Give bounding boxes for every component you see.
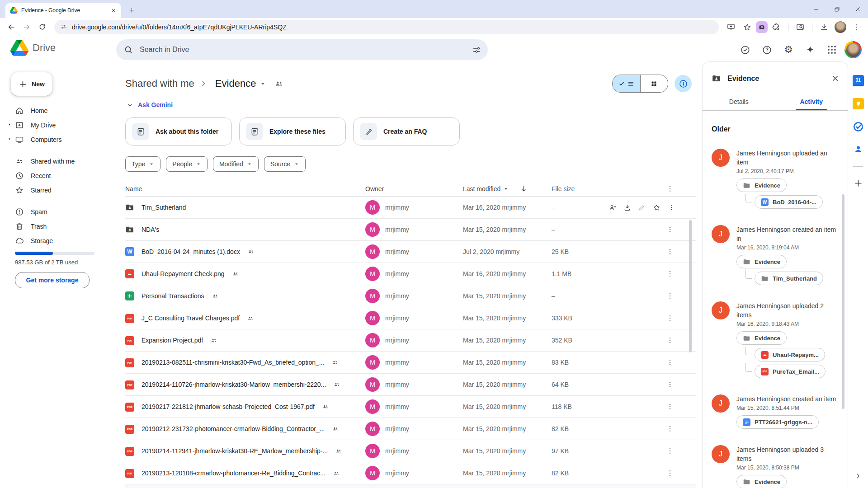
row-menu-icon[interactable]	[662, 288, 678, 304]
hide-panel-chevron-icon[interactable]	[854, 472, 862, 480]
file-row[interactable]: PDF20190213-082511-chrismini-kriskat30-F…	[125, 352, 696, 374]
filter-chip-source[interactable]: Source	[264, 156, 306, 172]
expand-caret-icon[interactable]	[8, 122, 12, 127]
tab-details[interactable]: Details	[703, 93, 775, 110]
row-menu-icon[interactable]	[662, 266, 678, 282]
extensions-puzzle-icon[interactable]	[769, 19, 784, 35]
file-row[interactable]: PDF20190214-112941-jhmarlow-kriskat30-RE…	[125, 440, 696, 462]
sidebar-item-home[interactable]: Home	[0, 103, 116, 118]
install-app-icon[interactable]	[723, 19, 739, 35]
star-icon[interactable]	[650, 199, 663, 216]
activity-target-chip[interactable]: PTT26621-griggs-n...	[736, 415, 819, 429]
ask-gemini-row[interactable]: Ask Gemini	[125, 99, 696, 110]
folder-shared-people-icon[interactable]	[274, 79, 284, 89]
file-row[interactable]: Tim_SutherlandMmrjimmyMar 16, 2020 mrjim…	[125, 197, 696, 219]
activity-target-chip[interactable]: Evidence	[736, 475, 787, 488]
new-button[interactable]: New	[11, 72, 52, 96]
sort-direction-icon[interactable]	[519, 185, 528, 193]
ask-gemini-link[interactable]: Ask Gemini	[138, 101, 173, 108]
share-person-add-icon[interactable]	[606, 199, 619, 216]
activity-child-chip[interactable]: Tim_Sutherland	[755, 272, 823, 285]
advanced-search-icon[interactable]	[472, 45, 481, 55]
file-row[interactable]: PDF20190217-221812-jhmarlow-schasb-Proje…	[125, 396, 696, 418]
get-more-storage-button[interactable]: Get more storage	[15, 272, 90, 288]
screenshot-extension-icon[interactable]	[756, 21, 768, 33]
new-tab-button[interactable]	[126, 4, 137, 16]
sidebar-item-starred[interactable]: Starred	[0, 183, 116, 197]
details-info-button[interactable]	[675, 75, 692, 92]
activity-child-chip[interactable]: Uhaul-Repaym...	[755, 348, 825, 361]
filter-chip-people[interactable]: People	[166, 156, 208, 172]
sidebar-item-shared-with-me[interactable]: Shared with me	[0, 154, 116, 169]
breadcrumb-parent[interactable]: Shared with me	[125, 78, 194, 89]
table-menu-icon[interactable]	[662, 181, 678, 197]
file-row[interactable]: PDF20190214-110726-jhmarlow-kriskat30-Ma…	[125, 374, 696, 396]
file-row[interactable]: Uhaul-Repayment Check.pngMmrjimmyMar 16,…	[125, 263, 696, 285]
column-header-modified[interactable]: Last modified	[463, 185, 500, 192]
account-avatar[interactable]	[844, 41, 862, 58]
sidebar-item-recent[interactable]: Recent	[0, 169, 116, 183]
window-restore-button[interactable]	[826, 0, 847, 18]
google-apps-grid-icon[interactable]	[823, 41, 841, 59]
activity-child-chip[interactable]: PDFPureTax_Email...	[755, 365, 826, 378]
row-menu-icon[interactable]	[662, 399, 678, 415]
browser-tab[interactable]: Evidence - Google Drive	[5, 3, 121, 18]
activity-scrollbar[interactable]	[842, 194, 844, 409]
address-bar[interactable]: drive.google.com/drive/u/0/folders/14mXf…	[54, 20, 719, 34]
row-menu-icon[interactable]	[662, 244, 678, 260]
gemini-spark-icon[interactable]: ✦	[801, 41, 819, 59]
row-menu-icon[interactable]	[662, 221, 678, 238]
filter-chip-type[interactable]: Type	[125, 156, 160, 172]
downloads-icon[interactable]	[816, 19, 832, 35]
file-row[interactable]: PDFExpansion Project.pdfMmrjimmyMar 15, …	[125, 329, 696, 352]
get-addons-plus-icon[interactable]	[854, 178, 863, 188]
window-minimize-button[interactable]	[806, 0, 826, 18]
row-menu-icon[interactable]	[662, 376, 678, 393]
forward-button[interactable]	[19, 19, 34, 35]
file-row[interactable]: WBoD_2016-04-24_minutes (1).docxMmrjimmy…	[125, 241, 696, 263]
tab-activity[interactable]: Activity	[775, 93, 848, 110]
calendar-icon[interactable]: 31	[853, 75, 864, 86]
sidebar-item-computers[interactable]: Computers	[0, 132, 116, 147]
site-info-icon[interactable]	[60, 23, 67, 31]
sidebar-item-spam[interactable]: Spam	[0, 205, 116, 219]
column-header-size[interactable]: File size	[538, 185, 606, 192]
file-row[interactable]: PDF20190212-231732-photomancer-crmarlow-…	[125, 418, 696, 440]
file-row[interactable]: PDF20190213-120108-crmarlow-photomancer-…	[125, 462, 696, 484]
action-card-ask-about-this-folder[interactable]: Ask about this folder	[125, 117, 232, 145]
activity-target-chip[interactable]: Evidence	[736, 178, 787, 192]
close-icon[interactable]	[831, 74, 840, 83]
tasks-icon[interactable]	[853, 121, 864, 132]
row-menu-icon[interactable]	[662, 332, 678, 348]
activity-target-chip[interactable]: Evidence	[736, 331, 787, 345]
back-button[interactable]	[4, 19, 19, 35]
row-menu-icon[interactable]	[662, 310, 678, 326]
file-row[interactable]: Personal TransactionsMmrjimmyMar 15, 202…	[125, 285, 696, 307]
browser-menu-icon[interactable]	[849, 19, 864, 35]
file-row-partial[interactable]: M	[125, 484, 696, 488]
keep-icon[interactable]	[853, 98, 864, 109]
action-card-create-an-faq[interactable]: Create an FAQ	[353, 117, 460, 145]
activity-target-chip[interactable]: Evidence	[736, 255, 787, 268]
activity-child-chip[interactable]: WBoD_2016-04-...	[755, 195, 823, 209]
sidebar-item-my-drive[interactable]: My Drive	[0, 118, 116, 132]
column-header-owner[interactable]: Owner	[362, 185, 457, 192]
bookmark-star-icon[interactable]	[740, 19, 755, 35]
contacts-icon[interactable]	[853, 144, 863, 155]
row-menu-icon[interactable]	[662, 354, 678, 371]
sidebar-item-trash[interactable]: Trash	[0, 219, 116, 234]
offline-status-icon[interactable]	[736, 41, 754, 59]
breadcrumb-current[interactable]: Evidence	[212, 76, 269, 91]
sidebar-item-storage[interactable]: Storage	[0, 234, 116, 248]
grid-view-button[interactable]	[640, 75, 668, 92]
row-menu-icon[interactable]	[662, 443, 678, 459]
side-search-icon[interactable]	[793, 19, 808, 35]
settings-gear-icon[interactable]: ⚙	[779, 41, 797, 59]
row-menu-icon[interactable]	[665, 199, 678, 216]
row-menu-icon[interactable]	[662, 421, 678, 437]
window-close-button[interactable]	[847, 0, 868, 18]
drive-logo-icon[interactable]	[10, 40, 28, 56]
list-view-button[interactable]	[613, 75, 640, 92]
rename-pencil-icon[interactable]	[635, 199, 649, 216]
tab-close-icon[interactable]	[109, 6, 118, 14]
